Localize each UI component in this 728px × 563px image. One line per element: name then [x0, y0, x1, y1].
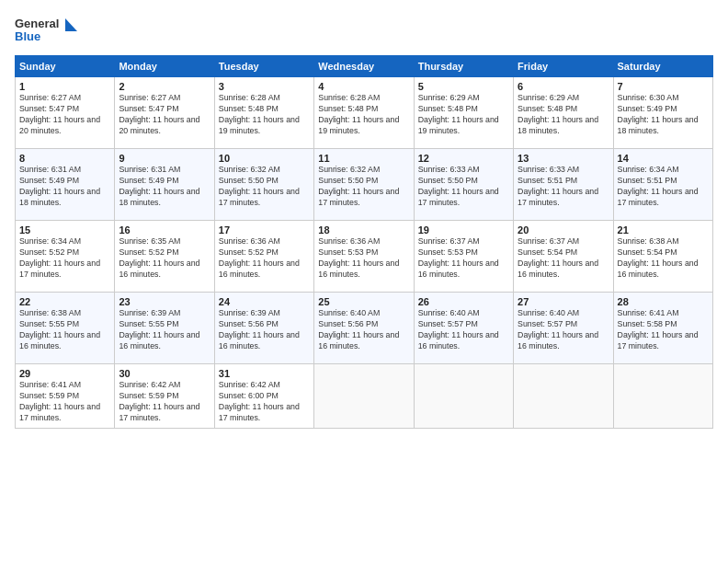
day-info: Sunrise: 6:39 AMSunset: 5:56 PMDaylight:…	[219, 308, 310, 352]
calendar-cell: 12Sunrise: 6:33 AMSunset: 5:50 PMDayligh…	[414, 149, 513, 221]
svg-text:General: General	[15, 17, 59, 30]
day-number: 22	[19, 296, 110, 307]
col-header-tuesday: Tuesday	[214, 56, 313, 77]
day-info: Sunrise: 6:27 AMSunset: 5:47 PMDaylight:…	[19, 93, 110, 137]
day-number: 26	[418, 296, 509, 307]
calendar-cell: 15Sunrise: 6:34 AMSunset: 5:52 PMDayligh…	[16, 221, 115, 293]
day-info: Sunrise: 6:37 AMSunset: 5:54 PMDaylight:…	[518, 236, 609, 281]
day-info: Sunrise: 6:33 AMSunset: 5:50 PMDaylight:…	[418, 165, 509, 209]
calendar-cell: 7Sunrise: 6:30 AMSunset: 5:49 PMDaylight…	[613, 77, 712, 149]
calendar-week-1: 1Sunrise: 6:27 AMSunset: 5:47 PMDaylight…	[16, 77, 713, 149]
day-number: 14	[618, 153, 709, 164]
calendar-week-5: 29Sunrise: 6:41 AMSunset: 5:59 PMDayligh…	[16, 364, 713, 429]
day-number: 28	[618, 296, 709, 307]
day-number: 7	[618, 81, 709, 92]
day-info: Sunrise: 6:28 AMSunset: 5:48 PMDaylight:…	[318, 93, 409, 137]
day-number: 1	[19, 81, 110, 92]
day-info: Sunrise: 6:31 AMSunset: 5:49 PMDaylight:…	[19, 165, 110, 209]
day-info: Sunrise: 6:40 AMSunset: 5:57 PMDaylight:…	[518, 308, 609, 352]
col-header-sunday: Sunday	[16, 56, 115, 77]
day-info: Sunrise: 6:31 AMSunset: 5:49 PMDaylight:…	[119, 165, 210, 209]
day-number: 2	[119, 81, 210, 92]
calendar-cell: 23Sunrise: 6:39 AMSunset: 5:55 PMDayligh…	[115, 293, 214, 364]
logo-svg: GeneralBlue	[15, 15, 79, 48]
calendar-cell: 9Sunrise: 6:31 AMSunset: 5:49 PMDaylight…	[115, 149, 214, 221]
day-info: Sunrise: 6:29 AMSunset: 5:48 PMDaylight:…	[418, 93, 509, 137]
col-header-monday: Monday	[115, 56, 214, 77]
calendar-cell: 21Sunrise: 6:38 AMSunset: 5:54 PMDayligh…	[613, 221, 712, 293]
day-number: 8	[19, 153, 110, 164]
calendar-week-2: 8Sunrise: 6:31 AMSunset: 5:49 PMDaylight…	[16, 149, 713, 221]
day-info: Sunrise: 6:33 AMSunset: 5:51 PMDaylight:…	[518, 165, 609, 209]
logo: GeneralBlue	[15, 15, 79, 48]
calendar-cell	[514, 364, 613, 429]
day-number: 19	[418, 224, 509, 236]
calendar-cell: 13Sunrise: 6:33 AMSunset: 5:51 PMDayligh…	[514, 149, 613, 221]
calendar-cell: 30Sunrise: 6:42 AMSunset: 5:59 PMDayligh…	[115, 364, 214, 429]
day-number: 13	[518, 153, 609, 164]
svg-marker-0	[65, 18, 77, 31]
calendar-cell: 19Sunrise: 6:37 AMSunset: 5:53 PMDayligh…	[414, 221, 513, 293]
calendar-cell: 11Sunrise: 6:32 AMSunset: 5:50 PMDayligh…	[314, 149, 414, 221]
day-number: 25	[318, 296, 409, 307]
day-number: 10	[219, 153, 310, 164]
day-info: Sunrise: 6:42 AMSunset: 5:59 PMDaylight:…	[119, 380, 210, 424]
calendar-cell: 24Sunrise: 6:39 AMSunset: 5:56 PMDayligh…	[214, 293, 313, 364]
day-number: 23	[119, 296, 210, 307]
day-number: 6	[518, 81, 609, 92]
day-number: 30	[119, 368, 210, 379]
day-number: 24	[219, 296, 310, 307]
calendar-cell: 1Sunrise: 6:27 AMSunset: 5:47 PMDaylight…	[16, 77, 115, 149]
calendar-week-4: 22Sunrise: 6:38 AMSunset: 5:55 PMDayligh…	[16, 293, 713, 364]
day-number: 20	[518, 224, 609, 236]
calendar-cell: 4Sunrise: 6:28 AMSunset: 5:48 PMDaylight…	[314, 77, 414, 149]
calendar-table: SundayMondayTuesdayWednesdayThursdayFrid…	[15, 55, 713, 429]
day-number: 11	[318, 153, 409, 164]
col-header-wednesday: Wednesday	[314, 56, 414, 77]
day-info: Sunrise: 6:41 AMSunset: 5:58 PMDaylight:…	[618, 308, 709, 352]
calendar-cell: 25Sunrise: 6:40 AMSunset: 5:56 PMDayligh…	[314, 293, 414, 364]
day-number: 31	[219, 368, 310, 379]
day-info: Sunrise: 6:34 AMSunset: 5:51 PMDaylight:…	[618, 165, 709, 209]
calendar-cell: 26Sunrise: 6:40 AMSunset: 5:57 PMDayligh…	[414, 293, 513, 364]
calendar-cell: 14Sunrise: 6:34 AMSunset: 5:51 PMDayligh…	[613, 149, 712, 221]
day-number: 9	[119, 153, 210, 164]
day-info: Sunrise: 6:42 AMSunset: 6:00 PMDaylight:…	[219, 380, 310, 424]
day-info: Sunrise: 6:29 AMSunset: 5:48 PMDaylight:…	[518, 93, 609, 137]
day-number: 27	[518, 296, 609, 307]
calendar-cell	[414, 364, 513, 429]
day-info: Sunrise: 6:34 AMSunset: 5:52 PMDaylight:…	[19, 236, 110, 281]
day-info: Sunrise: 6:32 AMSunset: 5:50 PMDaylight:…	[318, 165, 409, 209]
calendar-cell: 31Sunrise: 6:42 AMSunset: 6:00 PMDayligh…	[214, 364, 313, 429]
calendar-cell: 27Sunrise: 6:40 AMSunset: 5:57 PMDayligh…	[514, 293, 613, 364]
calendar-cell: 8Sunrise: 6:31 AMSunset: 5:49 PMDaylight…	[16, 149, 115, 221]
calendar-cell: 18Sunrise: 6:36 AMSunset: 5:53 PMDayligh…	[314, 221, 414, 293]
header: GeneralBlue	[15, 15, 713, 48]
svg-text:Blue: Blue	[15, 29, 40, 43]
day-info: Sunrise: 6:32 AMSunset: 5:50 PMDaylight:…	[219, 165, 310, 209]
calendar-cell: 5Sunrise: 6:29 AMSunset: 5:48 PMDaylight…	[414, 77, 513, 149]
day-info: Sunrise: 6:38 AMSunset: 5:54 PMDaylight:…	[618, 236, 709, 281]
day-number: 12	[418, 153, 509, 164]
calendar-cell	[314, 364, 414, 429]
calendar-cell: 16Sunrise: 6:35 AMSunset: 5:52 PMDayligh…	[115, 221, 214, 293]
calendar-cell: 17Sunrise: 6:36 AMSunset: 5:52 PMDayligh…	[214, 221, 313, 293]
calendar-cell: 10Sunrise: 6:32 AMSunset: 5:50 PMDayligh…	[214, 149, 313, 221]
day-number: 29	[19, 368, 110, 379]
col-header-friday: Friday	[514, 56, 613, 77]
day-info: Sunrise: 6:27 AMSunset: 5:47 PMDaylight:…	[119, 93, 210, 137]
calendar-cell: 2Sunrise: 6:27 AMSunset: 5:47 PMDaylight…	[115, 77, 214, 149]
calendar-cell: 3Sunrise: 6:28 AMSunset: 5:48 PMDaylight…	[214, 77, 313, 149]
calendar-cell: 20Sunrise: 6:37 AMSunset: 5:54 PMDayligh…	[514, 221, 613, 293]
col-header-thursday: Thursday	[414, 56, 513, 77]
day-number: 21	[618, 224, 709, 236]
day-number: 17	[219, 224, 310, 236]
day-number: 3	[219, 81, 310, 92]
day-info: Sunrise: 6:36 AMSunset: 5:52 PMDaylight:…	[219, 236, 310, 281]
day-info: Sunrise: 6:39 AMSunset: 5:55 PMDaylight:…	[119, 308, 210, 352]
day-info: Sunrise: 6:37 AMSunset: 5:53 PMDaylight:…	[418, 236, 509, 281]
day-info: Sunrise: 6:38 AMSunset: 5:55 PMDaylight:…	[19, 308, 110, 352]
day-number: 18	[318, 224, 409, 236]
col-header-saturday: Saturday	[613, 56, 712, 77]
day-number: 5	[418, 81, 509, 92]
